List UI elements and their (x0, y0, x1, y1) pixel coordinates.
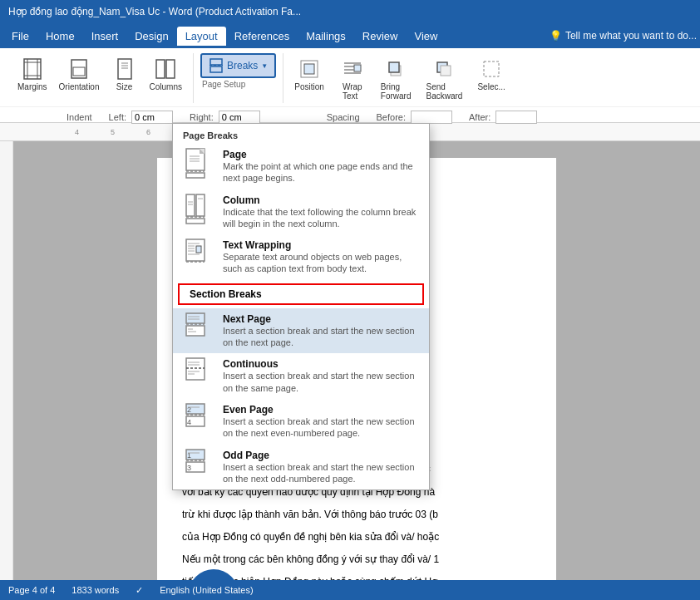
odd-page-text: Odd Page Insert a section break and star… (223, 450, 419, 485)
continuous-text: Continuous Insert a section break and st… (223, 358, 419, 394)
columns-label: Columns (150, 82, 182, 91)
text-wrapping-icon (183, 239, 213, 269)
columns-button[interactable]: Columns (145, 53, 186, 94)
wrap-text-button[interactable]: Wrap Text (335, 53, 370, 103)
margins-label: Margins (17, 82, 47, 91)
doc-amend-3: trừ khi được lập thành văn bản. Với thôn… (182, 507, 531, 523)
menu-search: 💡 Tell me what you want to do... (550, 30, 697, 42)
svg-rect-54 (186, 313, 205, 323)
divider-1 (193, 53, 194, 103)
breaks-icon (209, 58, 224, 73)
wrap-text-label: Wrap Text (343, 82, 362, 101)
even-page-text: Even Page Insert a section break and sta… (223, 404, 419, 440)
size-label: Size (116, 82, 132, 91)
page-break-text: Page Mark the point at which one page en… (223, 149, 419, 184)
text-wrapping-text: Text Wrapping Separate text around objec… (223, 239, 419, 275)
indent-right-label: Right: (190, 112, 214, 122)
svg-rect-13 (210, 59, 222, 65)
menu-review[interactable]: Review (354, 27, 407, 46)
even-page-icon: 2 4 (183, 404, 213, 434)
svg-rect-58 (186, 326, 205, 336)
menu-mailings[interactable]: Mailings (298, 27, 354, 46)
menu-layout[interactable]: Layout (177, 27, 226, 46)
dropdown-item-page[interactable]: Page Mark the point at which one page en… (173, 144, 429, 189)
search-placeholder: Tell me what you want to do... (565, 30, 697, 42)
breaks-dropdown: Page Breaks Page Mark the point at which… (172, 123, 430, 490)
spacing-after-input[interactable]: 8 pt (495, 111, 537, 124)
select-icon (478, 56, 505, 82)
svg-rect-61 (186, 358, 205, 380)
ribbon-top: Margins Orientation (0, 48, 700, 106)
dropdown-item-text-wrapping[interactable]: Text Wrapping Separate text around objec… (173, 234, 429, 280)
orientation-label: Orientation (59, 82, 100, 91)
spacing-before-input[interactable]: 0 pt (411, 111, 452, 124)
margins-button[interactable]: Margins (13, 53, 52, 94)
margins-icon (19, 56, 46, 82)
proofing-icon: ✓ (136, 585, 143, 596)
statusbar: Page 4 of 4 1833 words ✓ English (United… (0, 580, 700, 600)
svg-rect-6 (73, 67, 85, 76)
page-break-icon (183, 149, 213, 179)
svg-rect-7 (118, 59, 131, 79)
breaks-button[interactable]: Breaks ▼ (200, 53, 276, 78)
ribbon-group-page-setup: Margins Orientation (7, 52, 516, 105)
svg-text:4: 4 (187, 418, 191, 426)
svg-rect-14 (210, 66, 222, 72)
ribbon: Margins Orientation (0, 48, 700, 123)
orientation-icon (66, 56, 92, 82)
svg-text:3: 3 (187, 464, 191, 472)
divider-2 (283, 53, 283, 103)
dropdown-item-next-page[interactable]: Next Page Insert a section break and sta… (173, 308, 429, 354)
dropdown-item-column[interactable]: Column Indicate that the text following … (173, 189, 429, 235)
menu-file[interactable]: File (3, 27, 37, 46)
menu-home[interactable]: Home (37, 27, 83, 46)
dropdown-item-continuous[interactable]: Continuous Insert a section break and st… (173, 353, 429, 399)
svg-rect-11 (156, 60, 165, 78)
next-page-text: Next Page Insert a section break and sta… (223, 313, 419, 349)
ruler-mark-5: 5 (111, 128, 115, 136)
orientation-button[interactable]: Orientation (55, 53, 104, 94)
indent-left-input[interactable] (131, 111, 173, 124)
bring-forward-button[interactable]: Bring Forward (377, 53, 416, 103)
dropdown-item-even-page[interactable]: 2 4 Even Page Insert a section break and… (173, 399, 429, 445)
svg-rect-27 (484, 61, 499, 76)
ruler-mark-6: 6 (146, 128, 150, 136)
position-button[interactable]: Position (290, 53, 328, 94)
indent-label: Indent (67, 112, 92, 122)
svg-rect-46 (186, 239, 205, 261)
spacing-after-item: After: 8 pt (469, 111, 537, 124)
titlebar: Hợp đồng lao động_Nam_Visa Uc - Word (Pr… (0, 0, 700, 23)
select-button[interactable]: Selec... (473, 53, 509, 94)
menu-design[interactable]: Design (126, 27, 176, 46)
menu-insert[interactable]: Insert (83, 27, 127, 46)
bring-forward-icon (382, 56, 409, 82)
breaks-chevron-icon: ▼ (261, 62, 268, 70)
indent-group: Indent (67, 111, 92, 124)
page-setup-label: Page Setup (202, 80, 245, 89)
section-breaks-header: Section Breaks (178, 283, 424, 305)
menu-references[interactable]: References (226, 27, 298, 46)
word-count: 1833 words (71, 585, 119, 595)
size-button[interactable]: Size (107, 53, 142, 94)
columns-icon (152, 56, 179, 82)
svg-rect-26 (441, 66, 451, 76)
dropdown-item-odd-page[interactable]: 1 3 Odd Page Insert a section break and … (173, 445, 429, 490)
menu-view[interactable]: View (406, 27, 446, 46)
indent-right-input[interactable] (219, 111, 260, 124)
language: English (United States) (160, 585, 254, 595)
continuous-icon (183, 358, 213, 388)
size-icon (111, 56, 138, 82)
ribbon-buttons-page-setup: Margins Orientation (13, 53, 510, 103)
doc-amend-4: của Hợp Đồng có quyền đề nghị bên kia sử… (182, 529, 531, 545)
send-backward-button[interactable]: Send Backward (422, 53, 467, 103)
svg-rect-24 (389, 62, 399, 72)
page-breaks-header: Page Breaks (173, 124, 429, 144)
indent-right-item: Right: (190, 111, 260, 124)
left-sidebar (0, 141, 13, 580)
indent-left-item: Left: (109, 111, 173, 124)
spacing-after-label: After: (469, 112, 490, 122)
svg-rect-49 (196, 246, 201, 253)
next-page-icon (183, 313, 213, 343)
spacing-before-item: Before: 0 pt (377, 111, 452, 124)
search-icon: 💡 (550, 30, 562, 42)
